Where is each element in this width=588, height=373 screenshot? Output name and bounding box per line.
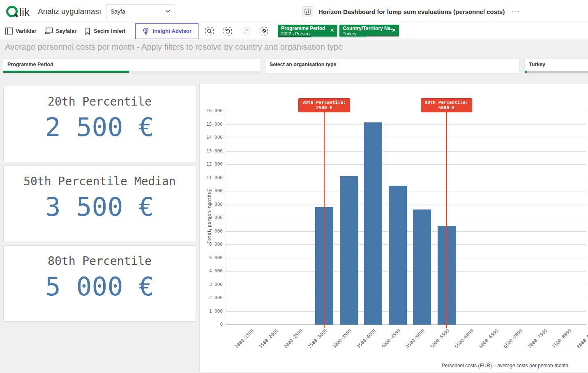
- assets-label: Varlıklar: [16, 28, 37, 34]
- bar-4500-5000[interactable]: [413, 210, 431, 325]
- kpi-value: 5 000 €: [4, 272, 196, 302]
- selection-field: Programme Period: [281, 26, 327, 31]
- insight-advisor-label: Insight Advisor: [153, 28, 191, 34]
- y-tick-label: 14 000: [200, 135, 223, 140]
- x-tick-label: 4000-4500: [360, 328, 401, 370]
- selection-state-bar: [366, 36, 399, 37]
- y-tick-label: 0: [200, 322, 223, 327]
- more-options-button[interactable]: ···: [510, 8, 522, 15]
- app-thumbnail-icon: [302, 6, 313, 17]
- bookmarks-label: Seçim imleri: [94, 28, 125, 34]
- sheets-icon: [45, 28, 53, 35]
- y-axis-line: [226, 111, 226, 325]
- y-tick-label: 15 000: [200, 122, 223, 127]
- kpi-label: 80th Percentile: [4, 254, 196, 268]
- dashboard-title-group: Horizon Dashboard for lump sum evaluatio…: [302, 0, 522, 23]
- kpi-card-80th-percentile: 80th Percentile 5 000 €: [3, 245, 196, 322]
- undo-icon: [226, 29, 230, 33]
- reference-line: [446, 110, 447, 328]
- filter-state-bar: [3, 71, 129, 73]
- current-selections: Programme Period 2022 - Present ✕ Countr…: [278, 25, 399, 37]
- bookmarks-button[interactable]: Seçim imleri: [81, 23, 129, 39]
- x-tick-label: 1500-2000: [238, 328, 279, 370]
- filter-organisation-type[interactable]: Select an organisation type: [265, 59, 519, 73]
- y-tick-label: 12 000: [200, 161, 223, 167]
- y-tick-label: 1 000: [200, 309, 223, 314]
- filter-country[interactable]: Turkey: [525, 59, 588, 73]
- y-tick-label: 16 000: [200, 108, 223, 113]
- y-tick-label: 6 000: [200, 242, 223, 247]
- redo-icon: [244, 29, 248, 33]
- sheet-workspace: Average personnel costs per month - Appl…: [0, 39, 588, 373]
- y-tick-label: 13 000: [200, 148, 223, 154]
- reference-line: [324, 110, 325, 328]
- sheets-panel-button[interactable]: Sayfalar: [41, 23, 81, 39]
- bar-chart[interactable]: Total person-months 01 0002 0003 0004 00…: [199, 84, 588, 372]
- redo-button[interactable]: [239, 25, 253, 37]
- gridline: [226, 164, 586, 165]
- bar-3500-4000[interactable]: [364, 122, 382, 325]
- qlik-logo: lik: [6, 4, 33, 19]
- kpi-label: 20th Percentile: [4, 95, 196, 108]
- y-tick-label: 2 000: [200, 295, 223, 300]
- sheets-label: Sayfalar: [56, 28, 77, 34]
- close-icon[interactable]: ✕: [392, 27, 396, 33]
- x-tick-label: 4500-5000: [384, 328, 426, 370]
- filter-label: Programme Period: [3, 59, 260, 67]
- clear-selections-button[interactable]: [257, 25, 271, 37]
- gridline: [226, 325, 586, 325]
- assets-panel-button[interactable]: Varlıklar: [1, 23, 41, 39]
- bookmark-icon: [85, 28, 91, 35]
- filter-state-bar: [525, 71, 527, 73]
- x-tick-label: 2000-2500: [262, 328, 304, 370]
- y-tick-label: 8 000: [200, 215, 223, 220]
- lightbulb-icon: [142, 27, 150, 35]
- close-icon[interactable]: ✕: [330, 27, 334, 33]
- x-tick-label: 3500-4000: [335, 328, 377, 370]
- qlik-logo-icon: lik: [6, 4, 33, 19]
- gridline: [226, 151, 586, 152]
- filter-label: Select an organisation type: [265, 59, 519, 67]
- y-tick-label: 5 000: [200, 255, 223, 260]
- svg-text:lik: lik: [19, 6, 30, 18]
- sheet-selector-value: Sayfa: [111, 8, 165, 15]
- gridline: [226, 124, 586, 125]
- selection-state-bar: [278, 36, 311, 37]
- selection-chip-country[interactable]: Country/Territory Na... Turkey ✕: [339, 25, 399, 37]
- selection-chip-programme-period[interactable]: Programme Period 2022 - Present ✕: [278, 25, 337, 37]
- search-icon: [208, 29, 211, 32]
- gridline: [226, 178, 586, 178]
- selection-field: Country/Territory Na...: [343, 26, 388, 31]
- sheet-title: Average personnel costs per month - Appl…: [5, 42, 343, 52]
- x-tick-label: 2500-3000: [286, 328, 328, 370]
- dashboard-title: Horizon Dashboard for lump sum evaluatio…: [318, 8, 505, 15]
- gridline: [226, 138, 586, 138]
- bar-3000-3500[interactable]: [340, 176, 358, 325]
- undo-button[interactable]: [221, 25, 235, 37]
- filter-label: Turkey: [525, 59, 588, 67]
- insight-advisor-button[interactable]: Insight Advisor: [135, 23, 198, 39]
- reference-line-label: 80th Percentile:5000 €: [421, 98, 473, 112]
- y-tick-label: 7 000: [200, 228, 223, 234]
- kpi-card-20th-percentile: 20th Percentile 2 500 €: [3, 86, 196, 162]
- toolbar: Varlıklar Sayfalar Seçim imleri Insigh: [0, 23, 588, 39]
- smart-search-button[interactable]: [203, 25, 217, 37]
- reference-line-label: 20th Percentile:2500 €: [298, 98, 350, 112]
- filter-state-bar: [265, 71, 519, 73]
- y-tick-label: 11 000: [200, 175, 223, 180]
- sheet-selector[interactable]: Sayfa: [106, 5, 175, 18]
- panel-icon: [5, 28, 13, 35]
- filter-programme-period[interactable]: Programme Period: [3, 59, 260, 73]
- gridline: [226, 111, 586, 111]
- kpi-card-50th-percentile: 50th Percentile Median 3 500 €: [3, 166, 196, 242]
- y-tick-label: 4 000: [200, 268, 223, 274]
- y-tick-label: 3 000: [200, 282, 223, 287]
- y-tick-label: 9 000: [200, 202, 223, 207]
- qlik-app-window: lik Analiz uygulaması Sayfa Horizon Dash…: [0, 0, 588, 373]
- kpi-value: 2 500 €: [4, 112, 196, 142]
- top-bar: lik Analiz uygulaması Sayfa Horizon Dash…: [0, 0, 588, 23]
- x-tick-label: 1000-1500: [213, 328, 255, 370]
- kpi-label: 50th Percentile Median: [4, 175, 196, 188]
- app-name-label: Analiz uygulaması: [38, 7, 101, 16]
- bar-4000-4500[interactable]: [389, 186, 407, 325]
